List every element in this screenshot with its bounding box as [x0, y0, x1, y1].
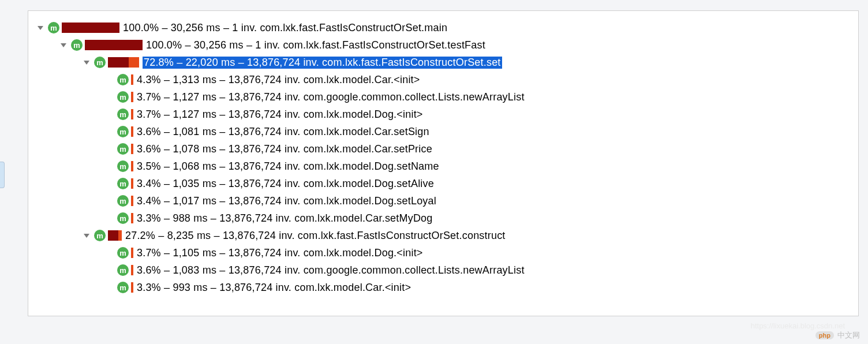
method-icon: m — [117, 74, 129, 85]
tree-row[interactable]: m3.5% – 1,068 ms – 13,876,724 inv. com.l… — [28, 158, 858, 175]
percent-bar — [108, 230, 122, 241]
tree-row-label: 3.7% – 1,105 ms – 13,876,724 inv. com.lx… — [137, 247, 423, 259]
percent-bar — [62, 23, 119, 33]
tree-row-label: 27.2% – 8,235 ms – 13,876,724 inv. com.l… — [125, 230, 506, 242]
chevron-down-icon[interactable] — [83, 231, 91, 240]
tree-row-label: 3.7% – 1,127 ms – 13,876,724 inv. com.lx… — [137, 109, 423, 121]
method-icon: m — [117, 91, 129, 103]
tree-row[interactable]: m3.6% – 1,083 ms – 13,876,724 inv. com.g… — [28, 261, 858, 279]
method-icon: m — [94, 230, 106, 241]
method-icon: m — [117, 282, 129, 293]
percent-bar — [131, 161, 133, 171]
tree-row[interactable]: m3.6% – 1,078 ms – 13,876,724 inv. com.l… — [28, 140, 858, 158]
tree-row-label: 3.4% – 1,035 ms – 13,876,724 inv. com.lx… — [137, 178, 434, 190]
tree-row-label: 3.3% – 993 ms – 13,876,724 inv. com.lxk.… — [137, 282, 411, 294]
tree-row-label: 72.8% – 22,020 ms – 13,876,724 inv. com.… — [143, 57, 502, 69]
svg-marker-0 — [38, 26, 43, 30]
tree-row-label: 4.3% – 1,313 ms – 13,876,724 inv. com.lx… — [137, 74, 420, 86]
tree-row[interactable]: m72.8% – 22,020 ms – 13,876,724 inv. com… — [28, 54, 858, 71]
tree-row[interactable]: m3.7% – 1,127 ms – 13,876,724 inv. com.g… — [28, 88, 858, 106]
tree-row[interactable]: m100.0% – 30,256 ms – 1 inv. com.lxk.fas… — [28, 36, 858, 54]
method-icon: m — [117, 247, 129, 259]
tree-row-label: 100.0% – 30,256 ms – 1 inv. com.lxk.fast… — [123, 22, 447, 34]
tree-row-label: 3.6% – 1,083 ms – 13,876,724 inv. com.go… — [137, 264, 525, 276]
call-tree-panel: m100.0% – 30,256 ms – 1 inv. com.lxk.fas… — [28, 10, 859, 316]
svg-marker-3 — [84, 234, 89, 238]
tree-row[interactable]: m3.4% – 1,035 ms – 13,876,724 inv. com.l… — [28, 175, 858, 192]
tree-row-label: 3.6% – 1,078 ms – 13,876,724 inv. com.lx… — [137, 143, 432, 155]
method-icon: m — [117, 212, 129, 224]
call-tree[interactable]: m100.0% – 30,256 ms – 1 inv. com.lxk.fas… — [28, 19, 858, 296]
method-icon: m — [94, 57, 106, 68]
method-icon: m — [117, 195, 129, 207]
faint-watermark: https://lixuekai.blog.csdn.net — [751, 321, 845, 330]
percent-bar — [131, 126, 133, 137]
percent-bar — [131, 109, 133, 119]
percent-bar — [131, 248, 133, 258]
percent-bar — [131, 196, 133, 206]
percent-bar — [131, 74, 133, 85]
tree-row-label: 100.0% – 30,256 ms – 1 inv. com.lxk.fast… — [146, 39, 485, 51]
percent-bar — [131, 178, 133, 189]
svg-marker-2 — [84, 61, 89, 65]
left-dock-tab[interactable] — [0, 162, 5, 188]
tree-row[interactable]: m3.3% – 988 ms – 13,876,724 inv. com.lxk… — [28, 210, 858, 227]
tree-row[interactable]: m100.0% – 30,256 ms – 1 inv. com.lxk.fas… — [28, 19, 858, 36]
tree-row[interactable]: m3.4% – 1,017 ms – 13,876,724 inv. com.l… — [28, 192, 858, 210]
percent-bar — [131, 265, 133, 275]
percent-bar — [131, 282, 133, 293]
tree-row-label: 3.7% – 1,127 ms – 13,876,724 inv. com.go… — [137, 91, 525, 103]
percent-bar — [108, 57, 139, 68]
method-icon: m — [117, 264, 129, 276]
method-icon: m — [117, 143, 129, 155]
tree-row-label: 3.3% – 988 ms – 13,876,724 inv. com.lxk.… — [137, 212, 433, 225]
method-icon: m — [71, 39, 83, 51]
tree-row[interactable]: m3.3% – 993 ms – 13,876,724 inv. com.lxk… — [28, 279, 858, 296]
tree-row[interactable]: m27.2% – 8,235 ms – 13,876,724 inv. com.… — [28, 227, 858, 244]
chevron-down-icon[interactable] — [59, 41, 68, 49]
tree-row[interactable]: m3.6% – 1,081 ms – 13,876,724 inv. com.l… — [28, 123, 858, 140]
chevron-down-icon[interactable] — [83, 58, 91, 66]
chevron-down-icon[interactable] — [36, 24, 44, 32]
method-icon: m — [48, 22, 59, 33]
tree-row[interactable]: m3.7% – 1,105 ms – 13,876,724 inv. com.l… — [28, 244, 858, 261]
site-watermark: php 中文网 — [815, 330, 860, 341]
method-icon: m — [117, 160, 129, 172]
tree-row-label: 3.5% – 1,068 ms – 13,876,724 inv. com.lx… — [137, 160, 439, 173]
watermark-text: 中文网 — [837, 330, 860, 341]
method-icon: m — [117, 109, 129, 120]
percent-bar — [85, 40, 143, 50]
percent-bar — [131, 213, 133, 223]
tree-row[interactable]: m3.7% – 1,127 ms – 13,876,724 inv. com.l… — [28, 106, 858, 123]
percent-bar — [131, 144, 133, 154]
method-icon: m — [117, 178, 129, 189]
tree-row[interactable]: m4.3% – 1,313 ms – 13,876,724 inv. com.l… — [28, 71, 858, 88]
tree-row-label: 3.4% – 1,017 ms – 13,876,724 inv. com.lx… — [137, 195, 436, 207]
percent-bar — [131, 92, 133, 102]
method-icon: m — [117, 126, 129, 137]
svg-marker-1 — [61, 43, 66, 47]
tree-row-label: 3.6% – 1,081 ms – 13,876,724 inv. com.lx… — [137, 126, 429, 138]
php-badge: php — [815, 331, 834, 339]
